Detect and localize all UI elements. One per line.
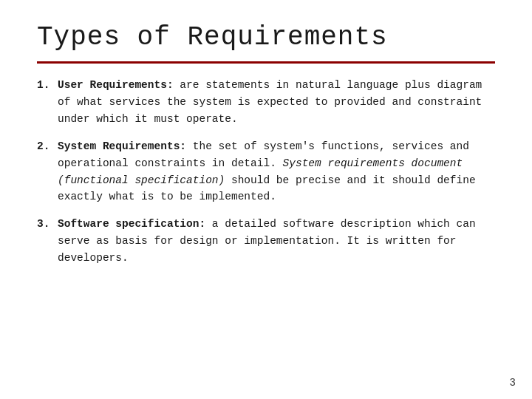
list-number-3: 3. bbox=[37, 216, 58, 232]
list-label-2: System Requirements: bbox=[58, 140, 186, 152]
list-text-2: System Requirements: the set of system's… bbox=[58, 138, 495, 206]
slide: Types of Requirements 1. User Requiremen… bbox=[0, 0, 532, 399]
list-label-1: User Requirements: bbox=[58, 79, 174, 91]
page-number: 3 bbox=[510, 377, 516, 389]
content-area: 1. User Requirements: are statements in … bbox=[37, 77, 495, 267]
list-item-1: 1. User Requirements: are statements in … bbox=[37, 77, 495, 128]
list-item-2: 2. System Requirements: the set of syste… bbox=[37, 138, 495, 206]
list-number-2: 2. bbox=[37, 138, 58, 154]
list-label-3: Software specification: bbox=[58, 218, 205, 230]
slide-title: Types of Requirements bbox=[37, 22, 495, 52]
list-text-3: Software specification: a detailed softw… bbox=[58, 216, 495, 267]
title-divider bbox=[37, 61, 495, 64]
list-number-1: 1. bbox=[37, 77, 58, 93]
list-item-3: 3. Software specification: a detailed so… bbox=[37, 216, 495, 267]
list-text-1: User Requirements: are statements in nat… bbox=[58, 77, 495, 128]
